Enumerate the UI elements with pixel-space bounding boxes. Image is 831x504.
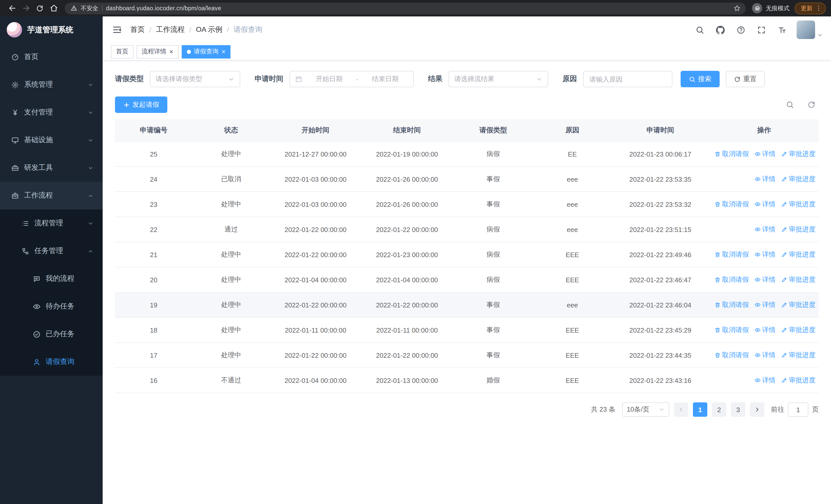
sidebar-item-task-management[interactable]: 任务管理 [0,237,103,265]
approval-progress-link[interactable]: 审批进度 [781,351,815,360]
detail-link[interactable]: 详情 [754,376,776,385]
font-size-icon[interactable] [775,23,789,36]
apply-time-range-picker[interactable]: 开始日期 - 结束日期 [289,71,414,87]
approval-progress-link[interactable]: 审批进度 [781,275,815,284]
detail-link[interactable]: 详情 [754,250,776,259]
refresh-table-icon[interactable] [804,97,819,112]
cancel-leave-link[interactable]: 取消请假 [715,250,749,259]
sidebar-item-todo-tasks[interactable]: 待办任务 [0,293,103,320]
toolbox-icon [11,164,19,172]
header-search-icon[interactable] [693,23,706,36]
approval-progress-link[interactable]: 审批进度 [781,149,815,158]
cell-end-time: 2022-01-04 00:00:00 [361,276,453,284]
detail-link[interactable]: 详情 [754,325,776,335]
user-menu[interactable] [797,21,823,39]
tab-home[interactable]: 首页 [111,45,134,58]
result-select[interactable]: 请选择流结果 [449,71,548,87]
sidebar-collapse-icon[interactable] [111,24,123,36]
chevron-down-icon [88,137,93,143]
leave-type-select[interactable]: 请选择请假类型 [150,71,240,87]
breadcrumb-workflow[interactable]: 工作流程 [156,25,185,34]
pen-icon [781,377,787,383]
github-icon[interactable] [713,23,727,36]
cancel-leave-link[interactable]: 取消请假 [715,149,749,158]
pen-icon [781,352,787,358]
page-button-3[interactable]: 3 [731,403,745,417]
approval-progress-link[interactable]: 审批进度 [781,300,815,309]
cancel-leave-link[interactable]: 取消请假 [715,200,749,209]
help-icon[interactable] [734,23,747,36]
detail-link[interactable]: 详情 [754,149,776,158]
cancel-leave-link[interactable]: 取消请假 [715,351,749,360]
approval-progress-link[interactable]: 审批进度 [781,200,815,209]
fullscreen-icon[interactable] [754,23,768,36]
prev-page-button[interactable] [674,403,688,417]
cell-reason: EEE [534,326,611,334]
cell-apply-time: 2022-01-22 23:46:47 [611,276,710,284]
logo-avatar [7,22,22,37]
sidebar-item-home[interactable]: 首页 [0,43,103,71]
browser-reload-button[interactable] [33,1,47,15]
sidebar-item-workflow[interactable]: 工作流程 [0,182,103,209]
browser-back-button[interactable] [5,1,19,15]
eye-icon [754,327,761,333]
breadcrumb-oa-example[interactable]: OA 示例 [196,25,223,34]
detail-link[interactable]: 详情 [754,175,776,184]
cell-end-time: 2022-01-13 00:00:00 [361,377,453,384]
sidebar-item-infrastructure[interactable]: 基础设施 [0,126,103,154]
approval-progress-link[interactable]: 审批进度 [781,250,815,259]
cancel-leave-link[interactable]: 取消请假 [715,275,749,284]
chevron-down-icon [88,220,93,226]
sidebar-item-devtools[interactable]: 研发工具 [0,154,103,182]
approval-progress-link[interactable]: 审批进度 [781,175,815,184]
browser-home-button[interactable] [47,1,61,15]
approval-progress-link[interactable]: 审批进度 [781,325,815,335]
create-leave-button[interactable]: 发起请假 [115,96,167,113]
cancel-leave-link[interactable]: 取消请假 [715,300,749,309]
cell-reason: eee [534,226,611,233]
detail-link[interactable]: 详情 [754,300,776,309]
sidebar-item-my-processes[interactable]: 我的流程 [0,265,103,293]
page-size-select[interactable]: 10条/页 [622,403,669,417]
approval-progress-link[interactable]: 审批进度 [781,225,815,234]
breadcrumb: 首页 / 工作流程 / OA 示例 / 请假查询 [131,25,686,34]
cell-start-time: 2022-01-22 00:00:00 [270,251,361,259]
browser-menu-icon[interactable] [814,4,823,13]
cell-reason: EEE [534,276,611,284]
result-label: 结果 [428,75,442,84]
browser-forward-button[interactable] [19,1,33,15]
sidebar-item-leave-query[interactable]: 请假查询 [0,348,103,376]
toggle-search-icon[interactable] [783,97,797,112]
cancel-leave-link[interactable]: 取消请假 [715,325,749,335]
goto-page-input[interactable] [788,403,808,417]
sidebar-item-system[interactable]: 系统管理 [0,71,103,98]
reset-button[interactable]: 重置 [726,71,765,87]
reason-input[interactable] [583,71,672,87]
apply-time-label: 申请时间 [255,75,283,84]
tab-process-detail[interactable]: 流程详情 × [137,45,178,58]
browser-update-button[interactable]: 更新 [795,2,826,14]
address-bar[interactable]: 不安全 dashboard.yudao.iocoder.cn/bpm/oa/le… [65,2,746,14]
pagination: 共 23 条 10条/页 1 2 3 前往 页 [115,403,819,417]
next-page-button[interactable] [750,403,764,417]
search-button[interactable]: 搜索 [681,71,720,87]
sidebar-item-process-management[interactable]: 流程管理 [0,209,103,237]
detail-link[interactable]: 详情 [754,275,776,284]
sidebar-item-payment[interactable]: 支付管理 [0,98,103,126]
page-button-1[interactable]: 1 [693,403,707,417]
cell-reason: EEE [534,377,611,384]
user-avatar[interactable] [797,21,815,39]
sidebar-item-done-tasks[interactable]: 已办任务 [0,320,103,348]
detail-link[interactable]: 详情 [754,200,776,209]
detail-link[interactable]: 详情 [754,351,776,360]
detail-link[interactable]: 详情 [754,225,776,234]
approval-progress-link[interactable]: 审批进度 [781,376,815,385]
cell-end-time: 2022-01-26 00:00:00 [361,200,453,208]
breadcrumb-home[interactable]: 首页 [131,25,145,34]
close-icon[interactable]: × [169,48,173,55]
page-content: 请假类型 请选择请假类型 申请时间 开始日期 - 结束日期 [103,61,831,504]
bookmark-star-icon[interactable] [732,3,743,14]
page-button-2[interactable]: 2 [712,403,726,417]
tab-leave-query[interactable]: 请假查询 × [181,45,230,58]
close-icon[interactable]: × [222,48,225,55]
